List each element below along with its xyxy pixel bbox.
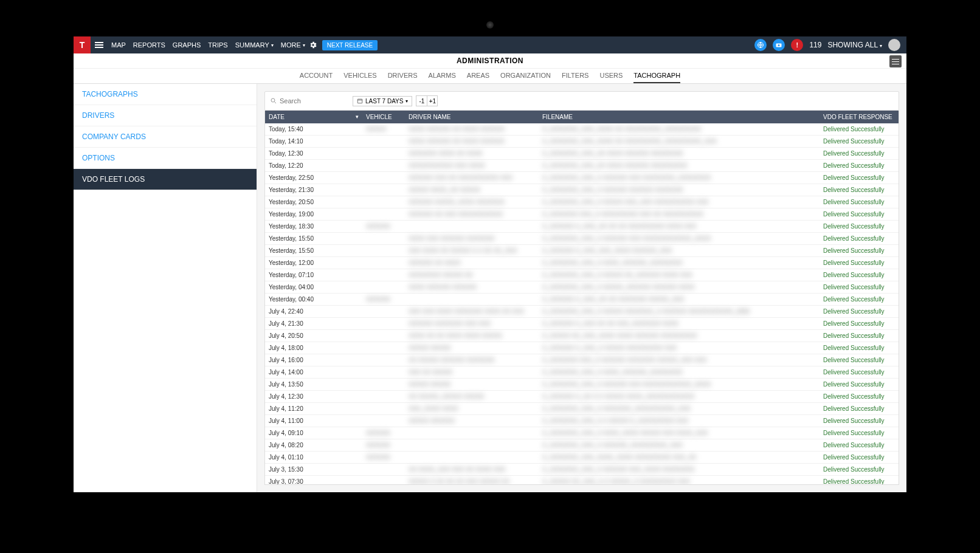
cell-driver: XXXXXX XXX XX XXXXXXXXXX XXX (405, 172, 539, 184)
col-response[interactable]: VDO FLEET RESPONSE (820, 111, 899, 123)
col-vehicle[interactable]: VEHICLE (362, 111, 405, 123)
table-row[interactable]: Yesterday, 04:00XXXX XXXXXX XXXXXXX_XXXX… (265, 281, 899, 294)
svg-point-2 (778, 44, 780, 46)
camera-button[interactable] (773, 39, 785, 51)
cell-vehicle (362, 160, 405, 172)
panel-menu-button[interactable] (889, 55, 902, 67)
nav-more[interactable]: MORE▾ (281, 41, 305, 49)
nav-graphs[interactable]: GRAPHS (173, 41, 201, 49)
table-row[interactable]: July 4, 08:20XXXXXXX_XXXXXXX_XXX_X XXXXX… (265, 439, 899, 452)
date-range-select[interactable]: LAST 7 DAYS ▾ (353, 96, 412, 106)
table-row[interactable]: Yesterday, 20:50XXXXXX XXXXX_XXXX XXXXXX… (265, 196, 899, 208)
col-driver[interactable]: DRIVER NAME (405, 111, 539, 123)
tab-account[interactable]: ACCOUNT (300, 72, 333, 83)
cell-driver (405, 452, 539, 464)
sidebar-item-company-cards[interactable]: COMPANY CARDS (74, 126, 257, 148)
tab-filters[interactable]: FILTERS (562, 72, 588, 83)
cell-vehicle: XXXXX (362, 123, 405, 136)
logs-table-container[interactable]: DATE VEHICLE DRIVER NAME FILENAME VDO FL… (264, 111, 899, 485)
table-row[interactable]: Today, 12:30XXXXXXX XXXX XX XXXXX_XXXXXX… (265, 148, 899, 160)
tab-tachograph[interactable]: TACHOGRAPH (633, 72, 680, 83)
tab-drivers[interactable]: DRIVERS (388, 72, 418, 83)
table-row[interactable]: Yesterday, 21:30XXXXX XXXX_XX XXXXXX_XXX… (265, 184, 899, 196)
table-row[interactable]: Yesterday, 15:50XXXX XXX XXXXXX XXXXXXXX… (265, 233, 899, 245)
cell-response: Delivered Successfully (820, 354, 899, 366)
next-release-button[interactable]: NEXT RELEASE (322, 40, 378, 50)
showing-dropdown[interactable]: SHOWING ALL ▾ (827, 41, 882, 49)
cell-date: July 4, 12:30 (265, 391, 362, 403)
cell-driver: XXXXXXXXXXX XXX XXXX (405, 160, 539, 172)
table-row[interactable]: Today, 14:10XXXX XXXXXX XX XXXX XXXXXXX_… (265, 136, 899, 148)
nav-map[interactable]: MAP (111, 41, 126, 49)
cell-vehicle (362, 366, 405, 379)
table-row[interactable]: July 4, 16:00XX XXXXX XXXXXX XXXXXXXX_XX… (265, 354, 899, 366)
table-row[interactable]: July 4, 01:10XXXXXXX_XXXXXXX_XXX_XXXX_XX… (265, 452, 899, 464)
col-filename[interactable]: FILENAME (539, 111, 820, 123)
cell-filename: X_XXXXXX X_XXX XX XX XXX_XXXXXXX XXXX (539, 318, 820, 330)
user-avatar[interactable] (888, 39, 900, 51)
cell-response: Delivered Successfully (820, 184, 899, 196)
search-input[interactable] (280, 97, 334, 105)
table-row[interactable]: Yesterday, 19:00XXXXXX XX XXX XXXXXXXXXX… (265, 208, 899, 221)
tab-vehicles[interactable]: VEHICLES (343, 72, 376, 83)
table-row[interactable]: July 4, 09:10XXXXXXX_XXXXXXX_XXX_X XXXX_… (265, 427, 899, 439)
col-date[interactable]: DATE (265, 111, 362, 123)
app-logo[interactable]: T (74, 36, 91, 53)
cell-vehicle (362, 148, 405, 160)
tab-alarms[interactable]: ALARMS (429, 72, 456, 83)
cell-date: Yesterday, 00:40 (265, 294, 362, 306)
table-row[interactable]: July 4, 21:30XXXXXX XXXXXXX XXX XXXX_XXX… (265, 318, 899, 330)
table-row[interactable]: Yesterday, 22:50XXXXXX XXX XX XXXXXXXXXX… (265, 172, 899, 184)
table-row[interactable]: July 4, 12:30XX XXXXX_XXXXX XXXXXX_XXXXX… (265, 391, 899, 403)
table-row[interactable]: July 4, 13:50XXXXX XXXXXX_XXXXXXX_XXX_X … (265, 379, 899, 391)
nav-summary[interactable]: SUMMARY▾ (235, 41, 274, 49)
cell-driver: XX XXXX_XXX XXX XX XXXX XXX (405, 464, 539, 476)
cell-date: Yesterday, 04:00 (265, 281, 362, 294)
menu-toggle[interactable] (91, 42, 108, 48)
sidebar-item-drivers[interactable]: DRIVERS (74, 105, 257, 126)
nav-trips[interactable]: TRIPS (208, 41, 227, 49)
table-row[interactable]: July 3, 15:30XX XXXX_XXX XXX XX XXXX XXX… (265, 464, 899, 476)
alerts-button[interactable]: ! (791, 39, 803, 51)
sidebar-item-vdo-fleet-logs[interactable]: VDO FLEET LOGS (74, 169, 257, 190)
table-row[interactable]: Today, 15:40XXXXXXXXX XXXXXX XX XXXX XXX… (265, 123, 899, 136)
camera-icon (775, 41, 782, 49)
table-row[interactable]: July 4, 18:00XXXXX XXXXXX_XXXXXX X_XXX_X… (265, 342, 899, 354)
tab-areas[interactable]: AREAS (467, 72, 489, 83)
cell-driver: XXXX XX XX XXXX XXXX XXXXX (405, 330, 539, 342)
cell-date: July 4, 21:30 (265, 318, 362, 330)
nav-reports[interactable]: REPORTS (133, 41, 165, 49)
table-row[interactable]: July 4, 22:40XXX XXX XXXX XXXXXXX XXXX X… (265, 306, 899, 318)
tab-organization[interactable]: ORGANIZATION (500, 72, 551, 83)
date-minus-button[interactable]: -1 (416, 95, 427, 106)
table-row[interactable]: July 3, 07:30XXXXX X XX XX XX XXX XXXXX … (265, 476, 899, 486)
cell-driver: XXXXX XXXXX (405, 379, 539, 391)
cell-driver: XXXXXX XXXXXXX XXX XXX (405, 318, 539, 330)
table-row[interactable]: Yesterday, 07:10XXXXXXXX XXXXX XXX_XXXXX… (265, 269, 899, 281)
cell-date: Yesterday, 20:50 (265, 196, 362, 208)
caret-down-icon: ▾ (880, 43, 882, 49)
sidebar-item-tachographs[interactable]: TACHOGRAPHS (74, 84, 257, 105)
settings-button[interactable] (309, 41, 317, 49)
table-row[interactable]: July 4, 14:00XXX XX XXXXXX_XXXXXXX_XXX_X… (265, 366, 899, 379)
table-row[interactable]: Yesterday, 15:50XXX XXXX XX XXXXX X X XX… (265, 245, 899, 257)
cell-vehicle (362, 269, 405, 281)
table-row[interactable]: July 4, 11:20XXX_XXXX XXXXX_XXXXXXX_XXX_… (265, 403, 899, 415)
hamburger-icon (95, 42, 103, 48)
date-plus-button[interactable]: +1 (427, 95, 438, 106)
table-row[interactable]: July 4, 11:00XXXXX XXXXXXX_XXXXXXX_XXX_X… (265, 415, 899, 427)
table-row[interactable]: Today, 12:20XXXXXXXXXXX XXX XXXXX_XXXXXX… (265, 160, 899, 172)
table-row[interactable]: July 4, 20:50XXXX XX XX XXXX XXXX XXXXXX… (265, 330, 899, 342)
table-row[interactable]: Yesterday, 12:00XXXXXX XX XXXXX_XXXXXXX_… (265, 257, 899, 269)
cell-driver: XXXXXXXX XXXXX XX (405, 269, 539, 281)
cell-date: July 4, 09:10 (265, 427, 362, 439)
table-row[interactable]: Yesterday, 00:40XXXXXXX_XXXXXX X_XXX_XX … (265, 294, 899, 306)
tab-users[interactable]: USERS (599, 72, 623, 83)
cell-date: July 4, 16:00 (265, 354, 362, 366)
cell-driver: XXXXXX XXXXX_XXXX XXXXXXX (405, 196, 539, 208)
cell-filename: X_XXXXXX X_XXX_X XXXXX XXXXXXXXX XXX (539, 342, 820, 354)
table-row[interactable]: Yesterday, 18:30XXXXXXX_XXXXXX X_XXX_XX … (265, 221, 899, 233)
globe-button[interactable] (754, 39, 767, 51)
cell-driver: XXXXXXX XXXX XX XXXX (405, 148, 539, 160)
sidebar-item-options[interactable]: OPTIONS (74, 148, 257, 169)
